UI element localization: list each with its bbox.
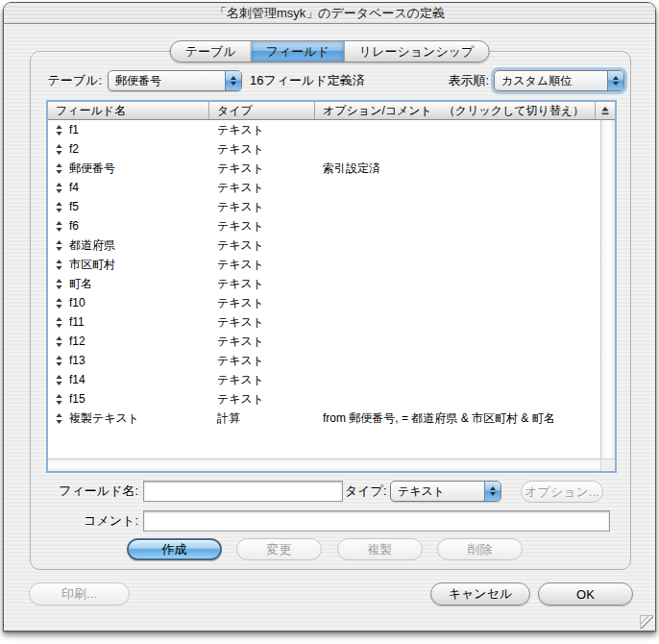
field-row[interactable]: f13 テキスト bbox=[48, 351, 600, 370]
reorder-arrows-icon bbox=[56, 356, 62, 366]
column-header-field-name[interactable]: フィールド名 bbox=[48, 102, 209, 119]
field-type-cell: テキスト bbox=[209, 295, 315, 311]
field-name-cell: 市区町村 bbox=[69, 257, 209, 273]
cancel-button-label: キャンセル bbox=[449, 585, 513, 603]
row-reorder-handle[interactable] bbox=[48, 413, 69, 424]
tab-relationships[interactable]: リレーションシップ bbox=[345, 41, 488, 62]
row-reorder-handle[interactable] bbox=[48, 298, 69, 309]
field-type-cell: テキスト bbox=[209, 218, 315, 235]
field-name-cell: f6 bbox=[69, 219, 209, 233]
view-order-popup[interactable]: カスタム順位 bbox=[494, 70, 624, 91]
field-row[interactable]: f4 テキスト bbox=[48, 178, 600, 197]
field-name-cell: f13 bbox=[69, 354, 209, 367]
field-row[interactable]: f14 テキスト bbox=[48, 370, 600, 389]
field-name-input[interactable] bbox=[143, 481, 343, 502]
field-row[interactable]: f6 テキスト bbox=[48, 216, 600, 235]
field-list-header: フィールド名 タイプ オプション/コメント （クリックして切り替え） bbox=[48, 102, 615, 120]
table-popup-value: 郵便番号 bbox=[109, 71, 225, 90]
field-list-body: f1 テキスト f2 テキスト bbox=[48, 120, 600, 458]
row-reorder-handle[interactable] bbox=[48, 375, 69, 385]
row-reorder-handle[interactable] bbox=[48, 125, 69, 136]
field-name-cell: 都道府県 bbox=[69, 237, 209, 254]
sort-direction-toggle[interactable] bbox=[596, 102, 615, 119]
row-reorder-handle[interactable] bbox=[48, 183, 69, 193]
type-popup[interactable]: テキスト bbox=[390, 481, 501, 502]
field-type-cell: テキスト bbox=[209, 122, 315, 138]
reorder-arrows-icon bbox=[56, 336, 62, 347]
window-title: 「名刺管理msyk」のデータベースの定義 bbox=[214, 5, 445, 22]
field-row[interactable]: f12 テキスト bbox=[48, 332, 600, 351]
reorder-arrows-icon bbox=[56, 125, 62, 136]
database-define-dialog: 「名刺管理msyk」のデータベースの定義 テーブル フィールド リレーションシッ… bbox=[3, 2, 656, 632]
field-row[interactable]: 町名 テキスト bbox=[48, 274, 600, 293]
reorder-arrows-icon bbox=[56, 260, 62, 270]
sort-ascending-icon bbox=[600, 107, 610, 115]
delete-button[interactable]: 削除 bbox=[437, 538, 523, 560]
field-row[interactable]: f5 テキスト bbox=[48, 197, 600, 216]
change-button[interactable]: 変更 bbox=[236, 538, 322, 560]
row-reorder-handle[interactable] bbox=[48, 356, 69, 366]
vertical-scrollbar[interactable] bbox=[600, 120, 615, 458]
field-name-cell: 町名 bbox=[69, 276, 209, 292]
field-row[interactable]: 市区町村 テキスト bbox=[48, 255, 600, 274]
field-type-cell: テキスト bbox=[209, 353, 315, 369]
comment-input[interactable] bbox=[143, 510, 610, 532]
field-name-cell: 郵便番号 bbox=[69, 161, 209, 177]
reorder-arrows-icon bbox=[56, 298, 62, 309]
row-reorder-handle[interactable] bbox=[48, 144, 69, 155]
popup-arrows-icon bbox=[225, 71, 241, 90]
field-options-cell: from 郵便番号, = 都道府県 & 市区町村 & 町名 bbox=[315, 410, 600, 427]
create-button[interactable]: 作成 bbox=[127, 538, 222, 560]
reorder-arrows-icon bbox=[56, 240, 62, 251]
reorder-arrows-icon bbox=[56, 413, 62, 424]
field-row[interactable]: 郵便番号 テキスト 索引設定済 bbox=[48, 159, 600, 178]
row-reorder-handle[interactable] bbox=[48, 317, 69, 328]
horizontal-scrollbar[interactable] bbox=[48, 458, 600, 471]
tab-fields[interactable]: フィールド bbox=[252, 41, 345, 62]
popup-arrows-icon bbox=[607, 71, 623, 90]
options-button[interactable]: オプション... bbox=[521, 481, 603, 503]
field-name-cell: f12 bbox=[69, 334, 209, 348]
create-button-label: 作成 bbox=[162, 541, 187, 558]
view-order-label: 表示順: bbox=[436, 70, 489, 91]
title-bar[interactable]: 「名刺管理msyk」のデータベースの定義 bbox=[4, 3, 655, 24]
row-reorder-handle[interactable] bbox=[48, 202, 69, 212]
field-list: フィールド名 タイプ オプション/コメント （クリックして切り替え） bbox=[46, 100, 617, 473]
field-row[interactable]: 都道府県 テキスト bbox=[48, 235, 600, 255]
field-count-text: 16フィールド定義済 bbox=[250, 70, 365, 91]
options-button-label: オプション... bbox=[525, 483, 598, 501]
row-reorder-handle[interactable] bbox=[48, 394, 69, 405]
row-reorder-handle[interactable] bbox=[48, 336, 69, 347]
scrollbar-corner bbox=[600, 458, 615, 471]
field-name-cell: f2 bbox=[69, 142, 209, 156]
table-popup[interactable]: 郵便番号 bbox=[108, 70, 242, 91]
field-name-cell: f14 bbox=[69, 373, 209, 386]
reorder-arrows-icon bbox=[56, 279, 62, 289]
field-row[interactable]: f1 テキスト bbox=[48, 120, 600, 139]
tab-tables[interactable]: テーブル bbox=[171, 41, 252, 62]
row-reorder-handle[interactable] bbox=[48, 221, 69, 232]
reorder-arrows-icon bbox=[56, 183, 62, 193]
ok-button[interactable]: OK bbox=[538, 582, 633, 606]
field-row[interactable]: 複製テキスト 計算 from 郵便番号, = 都道府県 & 市区町村 & 町名 bbox=[48, 409, 600, 428]
print-button[interactable]: 印刷... bbox=[29, 582, 130, 606]
comment-label: コメント: bbox=[33, 510, 138, 532]
row-reorder-handle[interactable] bbox=[48, 240, 69, 251]
row-reorder-handle[interactable] bbox=[48, 279, 69, 289]
type-popup-value: テキスト bbox=[391, 482, 484, 501]
row-reorder-handle[interactable] bbox=[48, 260, 69, 270]
field-row[interactable]: f10 テキスト bbox=[48, 293, 600, 312]
reorder-arrows-icon bbox=[56, 375, 62, 385]
duplicate-button[interactable]: 複製 bbox=[337, 538, 423, 560]
cancel-button[interactable]: キャンセル bbox=[430, 582, 530, 606]
field-row[interactable]: f15 テキスト bbox=[48, 389, 600, 409]
column-header-type[interactable]: タイプ bbox=[209, 102, 315, 119]
field-name-cell: f11 bbox=[69, 315, 209, 329]
row-reorder-handle[interactable] bbox=[48, 163, 69, 174]
tab-bar: テーブル フィールド リレーションシップ bbox=[170, 40, 490, 62]
window-resize-grip[interactable] bbox=[640, 615, 653, 629]
field-row[interactable]: f11 テキスト bbox=[48, 312, 600, 332]
column-header-options[interactable]: オプション/コメント （クリックして切り替え） bbox=[315, 102, 596, 119]
print-button-label: 印刷... bbox=[61, 585, 97, 603]
field-row[interactable]: f2 テキスト bbox=[48, 139, 600, 159]
